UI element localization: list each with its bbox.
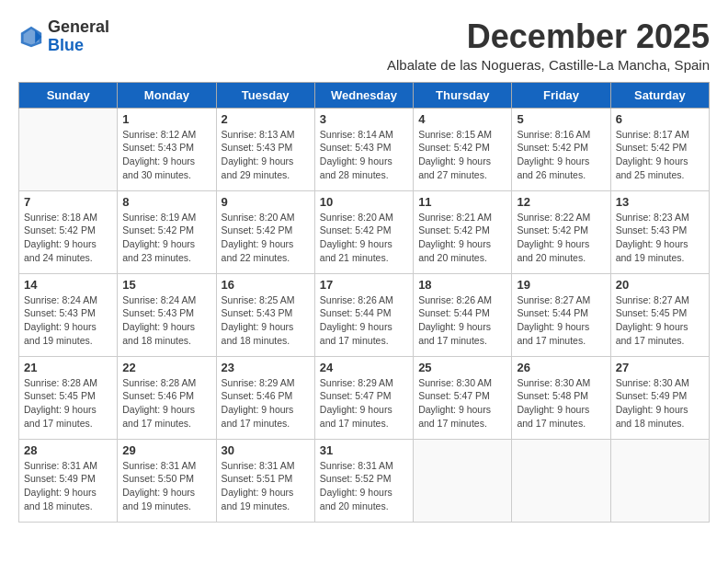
day-number: 20 — [616, 278, 704, 292]
calendar-table: SundayMondayTuesdayWednesdayThursdayFrid… — [18, 82, 710, 523]
day-number: 9 — [222, 195, 310, 209]
day-cell-23: 23Sunrise: 8:29 AMSunset: 5:46 PMDayligh… — [216, 356, 314, 439]
day-cell-21: 21Sunrise: 8:28 AMSunset: 5:45 PMDayligh… — [19, 356, 118, 439]
day-header-monday: Monday — [118, 82, 216, 108]
day-info: Sunrise: 8:31 AMSunset: 5:51 PMDaylight:… — [222, 459, 310, 513]
week-row-1: 1Sunrise: 8:12 AMSunset: 5:43 PMDaylight… — [19, 108, 710, 190]
day-info: Sunrise: 8:21 AMSunset: 5:42 PMDaylight:… — [418, 211, 506, 265]
calendar-header-row: SundayMondayTuesdayWednesdayThursdayFrid… — [19, 82, 710, 108]
title-block: December 2025 Albalate de las Nogueras, … — [387, 18, 710, 73]
day-number: 4 — [418, 112, 506, 126]
week-row-3: 14Sunrise: 8:24 AMSunset: 5:43 PMDayligh… — [19, 273, 710, 356]
day-number: 11 — [418, 195, 506, 209]
week-row-5: 28Sunrise: 8:31 AMSunset: 5:49 PMDayligh… — [19, 439, 710, 522]
day-info: Sunrise: 8:27 AMSunset: 5:45 PMDaylight:… — [616, 293, 704, 348]
day-cell-2: 2Sunrise: 8:13 AMSunset: 5:43 PMDaylight… — [216, 108, 314, 190]
empty-cell — [610, 439, 709, 522]
day-number: 22 — [122, 361, 210, 374]
day-header-friday: Friday — [512, 82, 610, 108]
day-cell-25: 25Sunrise: 8:30 AMSunset: 5:47 PMDayligh… — [414, 356, 512, 439]
day-info: Sunrise: 8:19 AMSunset: 5:42 PMDaylight:… — [122, 211, 210, 265]
day-info: Sunrise: 8:20 AMSunset: 5:42 PMDaylight:… — [222, 211, 310, 265]
day-cell-17: 17Sunrise: 8:26 AMSunset: 5:44 PMDayligh… — [314, 273, 413, 356]
week-row-4: 21Sunrise: 8:28 AMSunset: 5:45 PMDayligh… — [19, 356, 710, 439]
empty-cell — [414, 439, 512, 522]
day-number: 8 — [122, 195, 210, 209]
day-cell-7: 7Sunrise: 8:18 AMSunset: 5:42 PMDaylight… — [19, 190, 118, 273]
day-number: 6 — [616, 112, 704, 126]
day-number: 21 — [24, 361, 112, 374]
day-header-tuesday: Tuesday — [216, 82, 314, 108]
day-cell-1: 1Sunrise: 8:12 AMSunset: 5:43 PMDaylight… — [118, 108, 216, 190]
day-cell-18: 18Sunrise: 8:26 AMSunset: 5:44 PMDayligh… — [414, 273, 512, 356]
day-info: Sunrise: 8:29 AMSunset: 5:46 PMDaylight:… — [222, 376, 310, 431]
day-info: Sunrise: 8:23 AMSunset: 5:43 PMDaylight:… — [616, 211, 704, 265]
month-title: December 2025 — [387, 18, 710, 55]
day-info: Sunrise: 8:13 AMSunset: 5:43 PMDaylight:… — [222, 128, 310, 182]
empty-cell — [19, 108, 118, 190]
day-cell-3: 3Sunrise: 8:14 AMSunset: 5:43 PMDaylight… — [314, 108, 413, 190]
day-info: Sunrise: 8:31 AMSunset: 5:52 PMDaylight:… — [320, 459, 408, 513]
day-number: 2 — [222, 112, 310, 126]
day-number: 17 — [320, 278, 408, 292]
day-header-thursday: Thursday — [414, 82, 512, 108]
day-cell-5: 5Sunrise: 8:16 AMSunset: 5:42 PMDaylight… — [512, 108, 610, 190]
day-number: 5 — [517, 112, 605, 126]
day-cell-16: 16Sunrise: 8:25 AMSunset: 5:43 PMDayligh… — [216, 273, 314, 356]
day-number: 26 — [517, 361, 605, 374]
day-info: Sunrise: 8:24 AMSunset: 5:43 PMDaylight:… — [122, 293, 210, 348]
day-cell-28: 28Sunrise: 8:31 AMSunset: 5:49 PMDayligh… — [19, 439, 118, 522]
day-number: 24 — [320, 361, 408, 374]
day-number: 25 — [418, 361, 506, 374]
day-number: 19 — [517, 278, 605, 292]
day-info: Sunrise: 8:15 AMSunset: 5:42 PMDaylight:… — [418, 128, 506, 182]
day-info: Sunrise: 8:31 AMSunset: 5:50 PMDaylight:… — [122, 459, 210, 513]
day-info: Sunrise: 8:30 AMSunset: 5:48 PMDaylight:… — [517, 376, 605, 431]
day-number: 14 — [24, 278, 112, 292]
day-number: 28 — [24, 443, 112, 457]
day-cell-12: 12Sunrise: 8:22 AMSunset: 5:42 PMDayligh… — [512, 190, 610, 273]
day-info: Sunrise: 8:22 AMSunset: 5:42 PMDaylight:… — [517, 211, 605, 265]
day-info: Sunrise: 8:20 AMSunset: 5:42 PMDaylight:… — [320, 211, 408, 265]
day-cell-27: 27Sunrise: 8:30 AMSunset: 5:49 PMDayligh… — [610, 356, 709, 439]
day-info: Sunrise: 8:30 AMSunset: 5:47 PMDaylight:… — [418, 376, 506, 431]
day-info: Sunrise: 8:28 AMSunset: 5:45 PMDaylight:… — [24, 376, 112, 431]
logo-text: General Blue — [48, 18, 109, 55]
day-number: 12 — [517, 195, 605, 209]
day-cell-31: 31Sunrise: 8:31 AMSunset: 5:52 PMDayligh… — [314, 439, 413, 522]
day-cell-20: 20Sunrise: 8:27 AMSunset: 5:45 PMDayligh… — [610, 273, 709, 356]
day-cell-6: 6Sunrise: 8:17 AMSunset: 5:42 PMDaylight… — [610, 108, 709, 190]
day-info: Sunrise: 8:24 AMSunset: 5:43 PMDaylight:… — [24, 293, 112, 348]
logo: General Blue — [18, 18, 109, 55]
day-number: 7 — [24, 195, 112, 209]
day-info: Sunrise: 8:17 AMSunset: 5:42 PMDaylight:… — [616, 128, 704, 182]
day-header-sunday: Sunday — [19, 82, 118, 108]
page-header: General Blue December 2025 Albalate de l… — [18, 18, 710, 73]
day-number: 23 — [222, 361, 310, 374]
day-cell-29: 29Sunrise: 8:31 AMSunset: 5:50 PMDayligh… — [118, 439, 216, 522]
day-number: 18 — [418, 278, 506, 292]
location-subtitle: Albalate de las Nogueras, Castille-La Ma… — [387, 57, 710, 73]
day-info: Sunrise: 8:28 AMSunset: 5:46 PMDaylight:… — [122, 376, 210, 431]
day-cell-26: 26Sunrise: 8:30 AMSunset: 5:48 PMDayligh… — [512, 356, 610, 439]
day-cell-13: 13Sunrise: 8:23 AMSunset: 5:43 PMDayligh… — [610, 190, 709, 273]
week-row-2: 7Sunrise: 8:18 AMSunset: 5:42 PMDaylight… — [19, 190, 710, 273]
day-info: Sunrise: 8:14 AMSunset: 5:43 PMDaylight:… — [320, 128, 408, 182]
day-cell-24: 24Sunrise: 8:29 AMSunset: 5:47 PMDayligh… — [314, 356, 413, 439]
day-info: Sunrise: 8:30 AMSunset: 5:49 PMDaylight:… — [616, 376, 704, 431]
day-number: 16 — [222, 278, 310, 292]
day-info: Sunrise: 8:27 AMSunset: 5:44 PMDaylight:… — [517, 293, 605, 348]
day-cell-15: 15Sunrise: 8:24 AMSunset: 5:43 PMDayligh… — [118, 273, 216, 356]
day-info: Sunrise: 8:16 AMSunset: 5:42 PMDaylight:… — [517, 128, 605, 182]
day-number: 30 — [222, 443, 310, 457]
day-cell-10: 10Sunrise: 8:20 AMSunset: 5:42 PMDayligh… — [314, 190, 413, 273]
day-cell-19: 19Sunrise: 8:27 AMSunset: 5:44 PMDayligh… — [512, 273, 610, 356]
day-number: 27 — [616, 361, 704, 374]
day-number: 3 — [320, 112, 408, 126]
day-cell-22: 22Sunrise: 8:28 AMSunset: 5:46 PMDayligh… — [118, 356, 216, 439]
empty-cell — [512, 439, 610, 522]
logo-icon — [18, 24, 44, 50]
day-cell-14: 14Sunrise: 8:24 AMSunset: 5:43 PMDayligh… — [19, 273, 118, 356]
day-header-wednesday: Wednesday — [314, 82, 413, 108]
day-info: Sunrise: 8:26 AMSunset: 5:44 PMDaylight:… — [418, 293, 506, 348]
